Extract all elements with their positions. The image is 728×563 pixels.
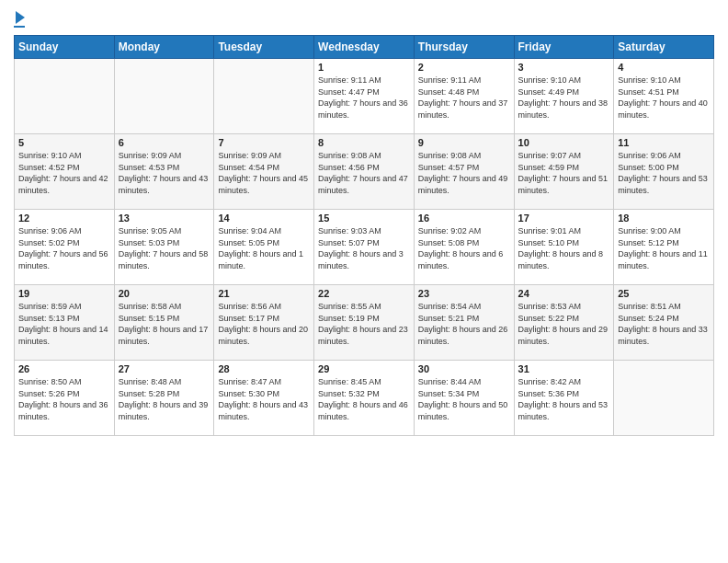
day-info: Sunrise: 9:10 AM Sunset: 4:49 PM Dayligh… — [518, 75, 610, 121]
day-number: 25 — [618, 288, 710, 299]
logo — [14, 13, 25, 28]
day-info: Sunrise: 8:58 AM Sunset: 5:15 PM Dayligh… — [119, 301, 210, 347]
calendar-week-3: 19Sunrise: 8:59 AM Sunset: 5:13 PM Dayli… — [15, 285, 714, 361]
day-number: 16 — [418, 213, 510, 224]
calendar-cell: 7Sunrise: 9:09 AM Sunset: 4:54 PM Daylig… — [214, 134, 314, 210]
calendar-cell: 8Sunrise: 9:08 AM Sunset: 4:56 PM Daylig… — [314, 134, 415, 210]
day-info: Sunrise: 8:55 AM Sunset: 5:19 PM Dayligh… — [318, 301, 410, 347]
day-number: 22 — [318, 288, 410, 299]
calendar: SundayMondayTuesdayWednesdayThursdayFrid… — [14, 35, 714, 436]
calendar-cell: 20Sunrise: 8:58 AM Sunset: 5:15 PM Dayli… — [114, 285, 214, 361]
calendar-cell: 31Sunrise: 8:42 AM Sunset: 5:36 PM Dayli… — [514, 361, 614, 436]
day-number: 27 — [119, 363, 210, 374]
calendar-week-1: 5Sunrise: 9:10 AM Sunset: 4:52 PM Daylig… — [15, 134, 714, 210]
day-number: 20 — [119, 288, 210, 299]
weekday-header-monday: Monday — [114, 36, 214, 59]
day-info: Sunrise: 8:54 AM Sunset: 5:21 PM Dayligh… — [418, 301, 510, 347]
day-number: 10 — [518, 137, 610, 148]
day-info: Sunrise: 8:42 AM Sunset: 5:36 PM Dayligh… — [518, 376, 610, 422]
day-info: Sunrise: 9:09 AM Sunset: 4:54 PM Dayligh… — [218, 150, 310, 196]
calendar-week-4: 26Sunrise: 8:50 AM Sunset: 5:26 PM Dayli… — [15, 361, 714, 436]
logo-triangle-icon — [16, 11, 25, 24]
calendar-cell: 27Sunrise: 8:48 AM Sunset: 5:28 PM Dayli… — [114, 361, 214, 436]
day-info: Sunrise: 9:09 AM Sunset: 4:53 PM Dayligh… — [119, 150, 210, 196]
day-info: Sunrise: 9:08 AM Sunset: 4:57 PM Dayligh… — [418, 150, 510, 196]
day-number: 3 — [518, 62, 610, 73]
day-number: 15 — [318, 213, 410, 224]
day-number: 12 — [18, 213, 110, 224]
calendar-cell: 30Sunrise: 8:44 AM Sunset: 5:34 PM Dayli… — [414, 361, 514, 436]
day-info: Sunrise: 8:44 AM Sunset: 5:34 PM Dayligh… — [418, 376, 510, 422]
day-number: 28 — [218, 363, 310, 374]
day-number: 19 — [18, 288, 110, 299]
calendar-cell: 21Sunrise: 8:56 AM Sunset: 5:17 PM Dayli… — [214, 285, 314, 361]
day-number: 6 — [119, 137, 210, 148]
calendar-cell: 9Sunrise: 9:08 AM Sunset: 4:57 PM Daylig… — [414, 134, 514, 210]
calendar-cell: 17Sunrise: 9:01 AM Sunset: 5:10 PM Dayli… — [514, 210, 614, 285]
page: SundayMondayTuesdayWednesdayThursdayFrid… — [0, 0, 728, 563]
day-info: Sunrise: 9:11 AM Sunset: 4:47 PM Dayligh… — [318, 75, 410, 121]
calendar-cell: 26Sunrise: 8:50 AM Sunset: 5:26 PM Dayli… — [15, 361, 115, 436]
day-info: Sunrise: 8:48 AM Sunset: 5:28 PM Dayligh… — [119, 376, 210, 422]
calendar-cell: 12Sunrise: 9:06 AM Sunset: 5:02 PM Dayli… — [15, 210, 115, 285]
day-info: Sunrise: 8:53 AM Sunset: 5:22 PM Dayligh… — [518, 301, 610, 347]
calendar-cell: 3Sunrise: 9:10 AM Sunset: 4:49 PM Daylig… — [514, 59, 614, 134]
calendar-cell: 13Sunrise: 9:05 AM Sunset: 5:03 PM Dayli… — [114, 210, 214, 285]
logo-blue-part — [14, 13, 25, 24]
day-number: 29 — [318, 363, 410, 374]
calendar-cell: 5Sunrise: 9:10 AM Sunset: 4:52 PM Daylig… — [15, 134, 115, 210]
day-info: Sunrise: 9:06 AM Sunset: 5:00 PM Dayligh… — [618, 150, 710, 196]
calendar-body: 1Sunrise: 9:11 AM Sunset: 4:47 PM Daylig… — [15, 59, 714, 436]
weekday-header-row: SundayMondayTuesdayWednesdayThursdayFrid… — [15, 36, 714, 59]
day-info: Sunrise: 8:59 AM Sunset: 5:13 PM Dayligh… — [18, 301, 110, 347]
weekday-header-tuesday: Tuesday — [214, 36, 314, 59]
calendar-cell — [15, 59, 115, 134]
day-info: Sunrise: 9:02 AM Sunset: 5:08 PM Dayligh… — [418, 225, 510, 271]
day-info: Sunrise: 8:56 AM Sunset: 5:17 PM Dayligh… — [218, 301, 310, 347]
day-number: 2 — [418, 62, 510, 73]
day-info: Sunrise: 8:50 AM Sunset: 5:26 PM Dayligh… — [18, 376, 110, 422]
calendar-cell: 15Sunrise: 9:03 AM Sunset: 5:07 PM Dayli… — [314, 210, 415, 285]
calendar-cell: 16Sunrise: 9:02 AM Sunset: 5:08 PM Dayli… — [414, 210, 514, 285]
day-info: Sunrise: 9:06 AM Sunset: 5:02 PM Dayligh… — [18, 225, 110, 271]
calendar-cell: 22Sunrise: 8:55 AM Sunset: 5:19 PM Dayli… — [314, 285, 415, 361]
day-number: 11 — [618, 137, 710, 148]
header — [14, 9, 714, 28]
day-info: Sunrise: 9:07 AM Sunset: 4:59 PM Dayligh… — [518, 150, 610, 196]
calendar-cell: 1Sunrise: 9:11 AM Sunset: 4:47 PM Daylig… — [314, 59, 415, 134]
day-number: 18 — [618, 213, 710, 224]
day-number: 5 — [18, 137, 110, 148]
calendar-cell: 25Sunrise: 8:51 AM Sunset: 5:24 PM Dayli… — [614, 285, 714, 361]
day-info: Sunrise: 9:05 AM Sunset: 5:03 PM Dayligh… — [119, 225, 210, 271]
calendar-cell: 11Sunrise: 9:06 AM Sunset: 5:00 PM Dayli… — [614, 134, 714, 210]
day-info: Sunrise: 8:51 AM Sunset: 5:24 PM Dayligh… — [618, 301, 710, 347]
calendar-week-2: 12Sunrise: 9:06 AM Sunset: 5:02 PM Dayli… — [15, 210, 714, 285]
day-info: Sunrise: 9:03 AM Sunset: 5:07 PM Dayligh… — [318, 225, 410, 271]
calendar-cell: 6Sunrise: 9:09 AM Sunset: 4:53 PM Daylig… — [114, 134, 214, 210]
day-number: 1 — [318, 62, 410, 73]
weekday-header-wednesday: Wednesday — [314, 36, 415, 59]
day-info: Sunrise: 9:04 AM Sunset: 5:05 PM Dayligh… — [218, 225, 310, 271]
calendar-cell — [614, 361, 714, 436]
day-number: 23 — [418, 288, 510, 299]
calendar-cell: 10Sunrise: 9:07 AM Sunset: 4:59 PM Dayli… — [514, 134, 614, 210]
day-number: 14 — [218, 213, 310, 224]
day-number: 13 — [119, 213, 210, 224]
calendar-cell: 23Sunrise: 8:54 AM Sunset: 5:21 PM Dayli… — [414, 285, 514, 361]
calendar-cell: 14Sunrise: 9:04 AM Sunset: 5:05 PM Dayli… — [214, 210, 314, 285]
logo-underline — [14, 26, 25, 28]
calendar-cell — [214, 59, 314, 134]
weekday-header-saturday: Saturday — [614, 36, 714, 59]
day-number: 17 — [518, 213, 610, 224]
calendar-cell: 2Sunrise: 9:11 AM Sunset: 4:48 PM Daylig… — [414, 59, 514, 134]
calendar-cell: 29Sunrise: 8:45 AM Sunset: 5:32 PM Dayli… — [314, 361, 415, 436]
calendar-week-0: 1Sunrise: 9:11 AM Sunset: 4:47 PM Daylig… — [15, 59, 714, 134]
day-info: Sunrise: 9:00 AM Sunset: 5:12 PM Dayligh… — [618, 225, 710, 271]
calendar-cell: 4Sunrise: 9:10 AM Sunset: 4:51 PM Daylig… — [614, 59, 714, 134]
day-number: 9 — [418, 137, 510, 148]
day-info: Sunrise: 9:01 AM Sunset: 5:10 PM Dayligh… — [518, 225, 610, 271]
calendar-cell: 19Sunrise: 8:59 AM Sunset: 5:13 PM Dayli… — [15, 285, 115, 361]
day-info: Sunrise: 9:10 AM Sunset: 4:52 PM Dayligh… — [18, 150, 110, 196]
day-number: 4 — [618, 62, 710, 73]
calendar-cell — [114, 59, 214, 134]
